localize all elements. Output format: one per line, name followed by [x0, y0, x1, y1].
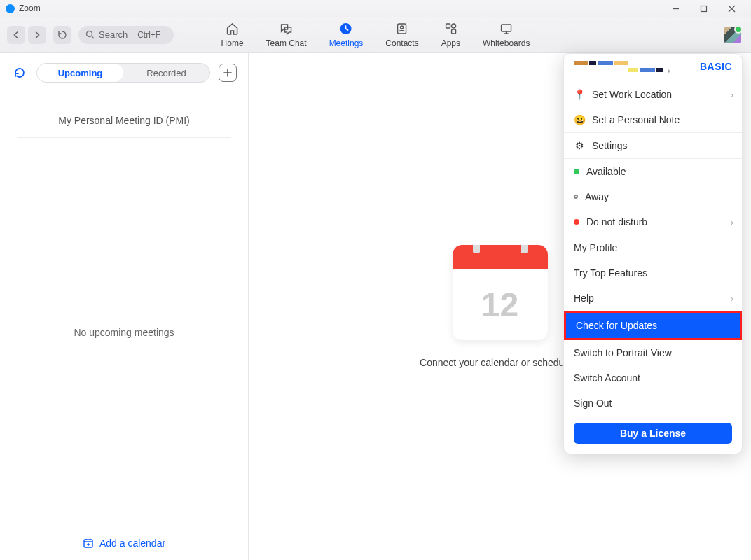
smile-icon: 😀 — [574, 114, 585, 125]
history-button[interactable] — [53, 26, 71, 44]
menu-help[interactable]: Help › — [564, 286, 742, 311]
menu-top-features[interactable]: Try Top Features — [564, 260, 742, 286]
profile-avatar[interactable] — [724, 27, 741, 43]
menu-set-work-location[interactable]: 📍 Set Work Location › — [564, 82, 742, 107]
no-meetings-label: No upcoming meetings — [0, 138, 248, 526]
calendar-add-icon — [83, 538, 94, 549]
search-shortcut: Ctrl+F — [137, 30, 160, 40]
svg-rect-6 — [451, 29, 455, 34]
window-title: Zoom — [19, 4, 41, 13]
add-calendar-link[interactable]: Add a calendar — [0, 526, 248, 560]
buy-license-button[interactable]: Buy a License — [574, 423, 732, 444]
close-button[interactable] — [717, 0, 745, 17]
svg-point-4 — [401, 26, 404, 29]
zoom-app-icon — [6, 4, 15, 13]
menu-my-profile[interactable]: My Profile — [564, 235, 742, 260]
whiteboards-icon — [499, 22, 514, 36]
forward-button[interactable] — [28, 26, 46, 44]
menu-settings[interactable]: ⚙ Settings — [564, 133, 742, 158]
back-button[interactable] — [7, 26, 25, 44]
status-available-dot — [574, 169, 579, 174]
gear-icon: ⚙ — [574, 140, 585, 151]
svg-rect-0 — [701, 6, 706, 11]
tab-recorded[interactable]: Recorded — [123, 64, 209, 82]
titlebar: Zoom — [0, 0, 751, 17]
contacts-icon — [395, 22, 409, 36]
profile-image-placeholder — [574, 61, 700, 65]
menu-status-dnd[interactable]: Do not disturb › — [564, 209, 742, 234]
chevron-right-icon: › — [731, 90, 733, 100]
meetings-icon — [340, 22, 352, 36]
location-icon: 📍 — [574, 89, 585, 100]
pmi-row[interactable]: My Personal Meeting ID (PMI) — [0, 87, 248, 137]
menu-switch-account[interactable]: Switch Account — [564, 365, 742, 391]
status-dnd-dot — [574, 219, 579, 225]
segmented-control: Upcoming Recorded — [36, 63, 210, 83]
svg-point-1 — [87, 31, 92, 37]
minimize-button[interactable] — [661, 0, 689, 17]
menu-portrait-view[interactable]: Switch to Portrait View — [564, 340, 742, 365]
menu-check-updates[interactable]: Check for Updates — [564, 311, 742, 340]
nav-whiteboards[interactable]: Whiteboards — [483, 22, 530, 48]
nav-home[interactable]: Home — [221, 22, 244, 48]
search-label: Search — [99, 29, 128, 40]
tab-upcoming[interactable]: Upcoming — [37, 64, 123, 82]
sidebar: Upcoming Recorded My Personal Meeting ID… — [0, 53, 249, 560]
refresh-button[interactable] — [11, 64, 28, 81]
nav-team-chat[interactable]: Team Chat — [266, 22, 307, 48]
search-icon — [85, 30, 95, 39]
chat-icon — [280, 22, 294, 36]
status-away-dot — [574, 195, 578, 199]
svg-point-7 — [451, 24, 455, 28]
menu-personal-note[interactable]: 😀 Set a Personal Note — [564, 107, 742, 132]
connect-calendar-text: Connect your calendar or schedule a — [420, 357, 580, 368]
maximize-button[interactable] — [689, 0, 717, 17]
account-badge: BASIC — [700, 61, 732, 72]
home-icon — [226, 22, 240, 36]
apps-icon — [443, 22, 457, 36]
add-meeting-button[interactable] — [219, 64, 237, 82]
svg-rect-8 — [502, 24, 511, 31]
calendar-illustration: 12 — [453, 245, 548, 340]
menu-status-available[interactable]: Available — [564, 159, 742, 184]
nav-apps[interactable]: Apps — [441, 22, 460, 48]
svg-rect-5 — [446, 24, 450, 28]
main-nav: Home Team Chat Meetings Contacts Apps Wh… — [221, 22, 530, 48]
menu-status-away[interactable]: Away — [564, 184, 742, 209]
menu-sign-out[interactable]: Sign Out — [564, 391, 742, 416]
search-input[interactable]: Search Ctrl+F — [78, 26, 174, 44]
nav-contacts[interactable]: Contacts — [385, 22, 418, 48]
calendar-day: 12 — [453, 269, 548, 340]
chevron-right-icon: › — [731, 217, 733, 227]
profile-menu: BASIC ✦ 📍 Set Work Location › 😀 Set a Pe… — [563, 53, 743, 454]
nav-meetings[interactable]: Meetings — [329, 22, 364, 48]
toolbar: Search Ctrl+F Home Team Chat Meetings Co… — [0, 17, 751, 53]
chevron-right-icon: › — [731, 293, 733, 304]
